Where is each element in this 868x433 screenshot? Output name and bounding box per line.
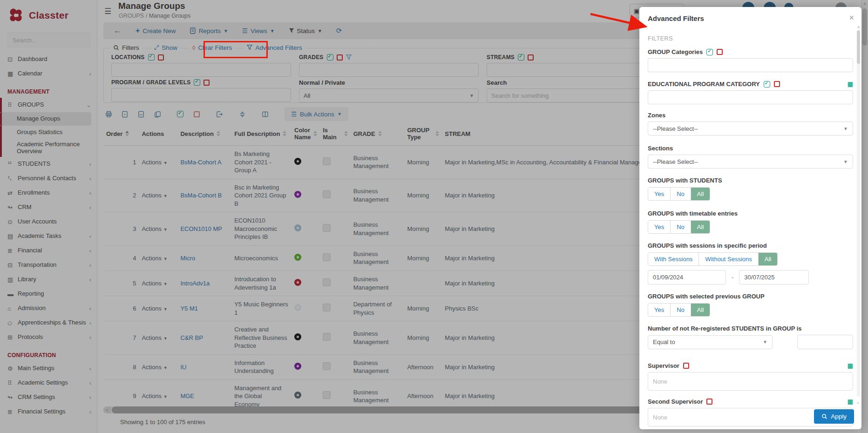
toggle-no-button[interactable]: No bbox=[671, 221, 691, 233]
second-supervisor-text: Second Supervisor bbox=[648, 398, 703, 405]
comparison-value: Equal to bbox=[653, 338, 675, 345]
supervisor-input[interactable] bbox=[648, 372, 853, 391]
panel-title: Advanced Filters bbox=[648, 7, 853, 22]
zones-text: Zones bbox=[648, 112, 665, 119]
edu-program-category-input[interactable] bbox=[648, 90, 853, 104]
toggle-yes-button[interactable]: Yes bbox=[648, 304, 671, 316]
grid-select-icon[interactable]: ▦ bbox=[848, 81, 853, 88]
panel-scrollbar[interactable] bbox=[857, 30, 860, 397]
sections-text: Sections bbox=[648, 145, 673, 152]
supervisor-label: Supervisor ▦ bbox=[648, 362, 853, 369]
chevron-down-icon: ▼ bbox=[843, 159, 848, 164]
groups-with-sessions-label: GROUPS with sessions in specific period bbox=[648, 242, 853, 249]
period-end-date-input[interactable] bbox=[739, 270, 809, 284]
close-icon[interactable]: × bbox=[849, 14, 854, 22]
chevron-down-icon: ▼ bbox=[843, 126, 848, 131]
sessions-period-range: - bbox=[648, 270, 853, 284]
panel-scroll-down-icon[interactable]: ⌄ bbox=[856, 399, 860, 405]
group-categories-input[interactable] bbox=[648, 58, 853, 72]
select-all-icon[interactable] bbox=[764, 81, 770, 88]
filters-section-label: FILTERS bbox=[648, 35, 853, 42]
with-sessions-button[interactable]: With Sessions bbox=[648, 253, 699, 265]
advanced-filters-panel: Advanced Filters × FILTERS GROUP Categor… bbox=[639, 7, 861, 429]
apply-label: Apply bbox=[831, 413, 847, 420]
edu-program-category-label: EDUCATIONAL PROGRAM CATEGORY ▦ bbox=[648, 81, 853, 88]
supervisor-text: Supervisor bbox=[648, 362, 679, 369]
edu-program-category-text: EDUCATIONAL PROGRAM CATEGORY bbox=[648, 81, 760, 88]
toggle-no-button[interactable]: No bbox=[671, 304, 691, 316]
panel-scroll-up-icon[interactable]: ∧ bbox=[857, 25, 860, 29]
groups-with-students-toggle: Yes No All bbox=[648, 187, 710, 201]
zones-value: --Please Select-- bbox=[653, 125, 698, 132]
apply-button[interactable]: Apply bbox=[814, 409, 854, 424]
deselect-all-icon[interactable] bbox=[717, 49, 723, 55]
toggle-all-button[interactable]: All bbox=[759, 253, 777, 265]
sections-label: Sections bbox=[648, 145, 853, 152]
not-reregistered-count-input[interactable] bbox=[797, 335, 853, 349]
grid-select-icon[interactable]: ▦ bbox=[848, 362, 853, 369]
toggle-yes-button[interactable]: Yes bbox=[648, 221, 671, 233]
not-reregistered-controls: Equal to ▼ bbox=[648, 335, 853, 349]
chevron-down-icon: ▼ bbox=[763, 339, 767, 345]
group-categories-text: GROUP Categories bbox=[648, 48, 703, 55]
groups-with-timetable-label: GROUPS with timetable entries bbox=[648, 210, 853, 217]
groups-prev-group-label: GROUPS with selected previous GROUP bbox=[648, 293, 853, 300]
without-sessions-button[interactable]: Without Sessions bbox=[699, 253, 758, 265]
groups-with-timetable-toggle: Yes No All bbox=[648, 220, 710, 234]
not-reregistered-label: Number of not Re-registered STUDENTS in … bbox=[648, 325, 853, 332]
select-all-icon[interactable] bbox=[706, 49, 713, 55]
toggle-yes-button[interactable]: Yes bbox=[648, 188, 671, 200]
zones-select[interactable]: --Please Select-- ▼ bbox=[648, 122, 853, 135]
date-range-separator: - bbox=[732, 274, 733, 281]
deselect-icon[interactable] bbox=[683, 363, 689, 369]
group-categories-label: GROUP Categories bbox=[648, 48, 853, 55]
sessions-toggle: With Sessions Without Sessions All bbox=[648, 252, 778, 266]
sections-value: --Please Select-- bbox=[653, 158, 698, 165]
toggle-all-button[interactable]: All bbox=[691, 188, 710, 200]
second-supervisor-label: Second Supervisor ▦ bbox=[648, 398, 853, 405]
toggle-all-button[interactable]: All bbox=[691, 304, 710, 316]
toggle-no-button[interactable]: No bbox=[671, 188, 691, 200]
grid-select-icon[interactable]: ▦ bbox=[848, 398, 853, 405]
sections-select[interactable]: --Please Select-- ▼ bbox=[648, 155, 853, 169]
deselect-all-icon[interactable] bbox=[774, 81, 780, 87]
search-icon bbox=[821, 413, 827, 419]
comparison-select[interactable]: Equal to ▼ bbox=[648, 335, 773, 349]
period-start-date-input[interactable] bbox=[648, 270, 726, 284]
prev-group-toggle: Yes No All bbox=[648, 303, 710, 317]
toggle-all-button[interactable]: All bbox=[691, 221, 710, 233]
zones-label: Zones bbox=[648, 112, 853, 119]
deselect-icon[interactable] bbox=[706, 399, 712, 405]
groups-with-students-label: GROUPS with STUDENTS bbox=[648, 177, 853, 184]
